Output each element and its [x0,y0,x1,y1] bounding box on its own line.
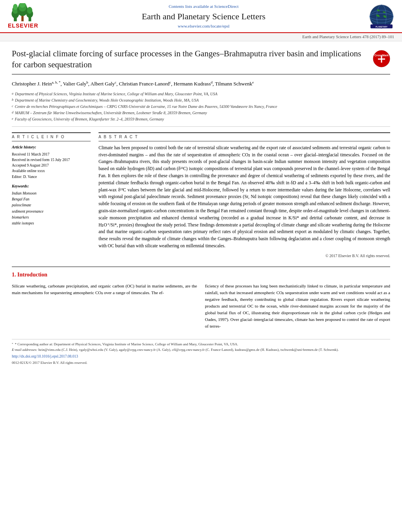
contents-link: Contents lists available at ScienceDirec… [46,4,361,9]
accepted-date: Accepted 9 August 2017 [12,163,91,168]
abstract-header: A B S T R A C T [99,132,390,141]
earth-logo-block: EARTH PLANETARY [369,4,394,29]
article-title: Post-glacial climate forcing of surface … [12,48,373,70]
journal-url-link[interactable]: www.elsevier.com/locate/epsl [178,24,229,28]
journal-title-main: Earth and Planetary Science Letters [46,11,361,22]
main-content: Post-glacial climate forcing of surface … [0,41,402,373]
abstract-body: Climate has been proposed to control bot… [99,145,390,250]
elsevier-logo: ELSEVIER [8,3,38,30]
journal-title-block: Contents lists available at ScienceDirec… [38,4,369,29]
article-title-section: Post-glacial climate forcing of surface … [12,48,390,74]
keyword-2: Bengal Fan [12,196,91,202]
affil-b: b Department of Marine Chemistry and Geo… [12,97,390,104]
sciencedirect-link[interactable]: ScienceDirect [214,4,239,9]
affiliations: a Department of Physical Sciences, Virgi… [12,91,390,127]
page-footer: * * Corresponding author at: Department … [12,339,390,365]
author-christopher: Christopher J. Hein [12,81,52,87]
keyword-1: Indian Monsoon [12,191,91,196]
intro-title: 1. Introduction [12,271,390,279]
citation-bar: Earth and Planetary Science Letters 478 … [0,33,402,42]
svg-point-10 [27,7,32,14]
keyword-4: sediment provenance [12,209,91,215]
intro-para-right: ficiency of these processes has long bee… [205,283,390,330]
intro-para-left: Silicate weathering, carbonate precipita… [12,283,197,296]
introduction-section: 1. Introduction Silicate weathering, car… [12,267,390,333]
article-info-col: A R T I C L E I N F O Article history: R… [12,132,91,259]
journal-url: www.elsevier.com/locate/epsl [46,23,361,29]
svg-text:PLANETARY: PLANETARY [376,26,388,28]
history-label: Article history: [12,145,91,150]
earth-globe-icon: EARTH PLANETARY [369,4,394,29]
revised-date: Received in revised form 15 July 2017 [12,157,91,163]
keyword-3: paleoclimate [12,202,91,208]
affil-a: a Department of Physical Sciences, Virgi… [12,91,390,97]
abstract-col: A B S T R A C T Climate has been propose… [99,132,390,259]
citation-text: Earth and Planetary Science Letters 478 … [302,35,394,39]
footer-footnotes: * * Corresponding author at: Department … [12,342,390,352]
keyword-6: stable isotopes [12,221,91,226]
editor: Editor: D. Vance [12,174,91,180]
doi-line: http://dx.doi.org/10.1016/j.epsl.2017.08… [12,354,390,359]
affil-c: c Centre de recherches Pétrographiques e… [12,104,390,110]
article-body-cols: A R T I C L E I N F O Article history: R… [12,132,390,259]
issn-line: 0012-821X/© 2017 Elsevier B.V. All right… [12,360,390,365]
abstract-text: Climate has been proposed to control bot… [99,145,390,259]
received-date: Received 11 March 2017 [12,152,91,157]
journal-header: ELSEVIER Contents lists available at Sci… [0,0,402,33]
keyword-5: biomarkers [12,215,91,221]
keywords-section: Keywords: Indian Monsoon Bengal Fan pale… [12,184,91,226]
email-note: E-mail addresses: hein@vims.edu (C.J. He… [12,347,390,353]
intro-left-col: Silicate weathering, carbonate precipita… [12,283,197,333]
corresponding-note: * * Corresponding author at: Department … [12,342,390,347]
authors-line: Christopher J. Heina, b, *, Valier Galyb… [12,80,390,88]
intro-cols: Silicate weathering, carbonate precipita… [12,283,390,333]
crossmark-badge[interactable]: CrossMark [373,50,390,67]
page-wrapper: ELSEVIER Contents lists available at Sci… [0,0,402,373]
intro-right-col: ficiency of these processes has long bee… [205,283,390,333]
copyright: © 2017 Elsevier B.V. All rights reserved… [99,253,390,259]
keywords-label: Keywords: [12,184,91,189]
available-online: Available online xxxx [12,168,91,174]
elsevier-tree-icon [11,3,35,22]
svg-point-3 [13,4,18,10]
affil-e: e Faculty of Geosciences, University of … [12,116,390,122]
affil-d: d MARUM – Zentrum für Marine Umweltwisse… [12,110,390,116]
article-info-header: A R T I C L E I N F O [12,132,91,141]
elsevier-text: ELSEVIER [8,22,38,30]
doi-link[interactable]: http://dx.doi.org/10.1016/j.epsl.2017.08… [12,354,78,358]
